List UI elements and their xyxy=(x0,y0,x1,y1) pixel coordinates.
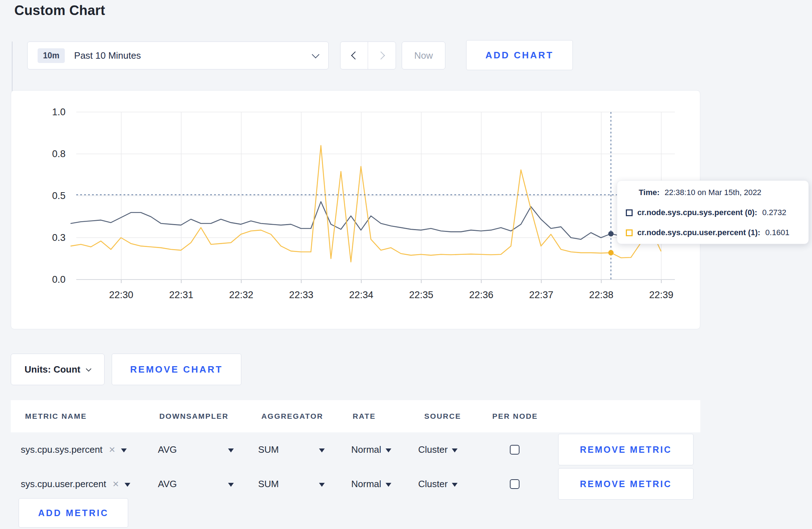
chevron-left-icon xyxy=(351,52,359,60)
page-title: Custom Chart xyxy=(14,3,105,18)
svg-text:22:39: 22:39 xyxy=(649,290,673,300)
aggregator-value: SUM xyxy=(258,479,279,490)
downsampler-value: AVG xyxy=(158,479,177,490)
svg-text:0.0: 0.0 xyxy=(52,274,66,285)
svg-text:22:32: 22:32 xyxy=(229,290,253,300)
downsampler-value: AVG xyxy=(158,444,177,455)
time-window-badge: 10m xyxy=(38,48,65,63)
svg-text:0.3: 0.3 xyxy=(52,232,66,243)
tooltip-time-label: Time: xyxy=(639,188,659,197)
per-node-checkbox[interactable] xyxy=(510,479,519,489)
svg-text:22:37: 22:37 xyxy=(529,290,554,300)
dropdown-arrow-icon xyxy=(452,483,458,487)
add-chart-button[interactable]: ADD CHART xyxy=(466,40,573,70)
tooltip-time-row: Time: 22:38:10 on Mar 15th, 2022 xyxy=(639,188,800,197)
aggregator-value: SUM xyxy=(258,444,279,455)
remove-chart-button[interactable]: REMOVE CHART xyxy=(112,354,241,385)
chart-svg[interactable]: 0.00.30.50.81.022:3022:3122:3222:3322:34… xyxy=(11,91,701,330)
clear-metric-icon[interactable]: × xyxy=(109,443,115,456)
per-node-cell xyxy=(510,432,519,467)
rate-value: Normal xyxy=(351,444,381,455)
source-value: Cluster xyxy=(418,444,448,455)
add-metric-button[interactable]: ADD METRIC xyxy=(19,498,128,528)
units-dropdown[interactable]: Units: Count xyxy=(11,354,105,385)
per-node-checkbox[interactable] xyxy=(510,445,519,455)
tooltip-series-row: cr.node.sys.cpu.user.percent (1): 0.1601 xyxy=(626,228,800,237)
svg-text:22:31: 22:31 xyxy=(169,290,193,300)
metric-name-value: sys.cpu.sys.percent xyxy=(21,444,102,455)
remove-metric-button[interactable]: REMOVE METRIC xyxy=(558,434,693,465)
tooltip-series-label: cr.node.sys.cpu.sys.percent (0): xyxy=(637,208,757,217)
source-value: Cluster xyxy=(418,479,448,490)
series-user-swatch-icon xyxy=(626,229,633,236)
per-node-cell xyxy=(510,467,519,501)
col-header-source: SOURCE xyxy=(424,400,461,432)
time-window-dropdown[interactable]: 10m Past 10 Minutes xyxy=(27,42,329,69)
dropdown-arrow-icon xyxy=(228,483,234,487)
dropdown-arrow-icon xyxy=(228,448,234,452)
downsampler-select[interactable]: AVG xyxy=(158,467,234,501)
dropdown-arrow-icon xyxy=(452,448,458,452)
dropdown-arrow-icon xyxy=(319,448,325,452)
svg-text:0.5: 0.5 xyxy=(52,190,66,201)
chart-card: 0.00.30.50.81.022:3022:3122:3222:3322:34… xyxy=(11,90,700,329)
dropdown-arrow-icon xyxy=(386,448,391,452)
chevron-right-icon xyxy=(377,52,385,60)
col-header-rate: RATE xyxy=(353,400,376,432)
prev-time-button[interactable] xyxy=(340,42,368,69)
svg-text:22:36: 22:36 xyxy=(469,290,493,300)
aggregator-select[interactable]: SUM xyxy=(258,467,325,501)
next-time-button[interactable] xyxy=(368,42,396,69)
time-window-label: Past 10 Minutes xyxy=(74,50,141,61)
dropdown-arrow-icon xyxy=(386,483,391,487)
now-button[interactable]: Now xyxy=(402,42,445,69)
dropdown-arrow-icon xyxy=(125,483,130,487)
metric-row: sys.cpu.user.percent×AVGSUMNormalCluster… xyxy=(0,467,812,501)
svg-text:22:30: 22:30 xyxy=(109,290,134,300)
chevron-down-icon xyxy=(86,366,92,372)
metrics-table-header: METRIC NAME DOWNSAMPLER AGGREGATOR RATE … xyxy=(11,400,700,432)
svg-text:1.0: 1.0 xyxy=(52,107,66,117)
source-select[interactable]: Cluster xyxy=(418,432,458,467)
svg-text:22:33: 22:33 xyxy=(289,290,314,300)
tooltip-series-label: cr.node.sys.cpu.user.percent (1): xyxy=(637,228,760,237)
metric-name-select[interactable]: sys.cpu.sys.percent× xyxy=(21,432,127,467)
chevron-down-icon xyxy=(312,50,319,58)
col-header-per-node: PER NODE xyxy=(492,400,538,432)
downsampler-select[interactable]: AVG xyxy=(158,432,234,467)
svg-text:22:38: 22:38 xyxy=(589,290,614,300)
clear-metric-icon[interactable]: × xyxy=(112,478,119,490)
rate-select[interactable]: Normal xyxy=(351,467,391,501)
rate-value: Normal xyxy=(351,479,381,490)
tooltip-series-value: 0.2732 xyxy=(762,208,786,217)
units-label: Units: Count xyxy=(25,364,81,375)
metric-row: sys.cpu.sys.percent×AVGSUMNormalClusterR… xyxy=(0,432,812,467)
dropdown-arrow-icon xyxy=(121,448,127,452)
section-left-rule xyxy=(12,42,13,94)
remove-metric-button[interactable]: REMOVE METRIC xyxy=(558,468,693,500)
col-header-aggregator: AGGREGATOR xyxy=(261,400,323,432)
tooltip-series-value: 0.1601 xyxy=(765,228,789,237)
col-header-metric-name: METRIC NAME xyxy=(25,400,87,432)
chart-tooltip: Time: 22:38:10 on Mar 15th, 2022 cr.node… xyxy=(617,180,809,244)
time-pager xyxy=(340,42,396,69)
custom-chart-page: Custom Chart 10m Past 10 Minutes Now ADD… xyxy=(0,0,812,529)
metric-name-select[interactable]: sys.cpu.user.percent× xyxy=(21,467,130,501)
svg-text:22:34: 22:34 xyxy=(349,290,373,300)
dropdown-arrow-icon xyxy=(319,483,325,487)
source-select[interactable]: Cluster xyxy=(418,467,458,501)
rate-select[interactable]: Normal xyxy=(351,432,391,467)
tooltip-time-value: 22:38:10 on Mar 15th, 2022 xyxy=(664,188,761,197)
col-header-downsampler: DOWNSAMPLER xyxy=(159,400,228,432)
aggregator-select[interactable]: SUM xyxy=(258,432,325,467)
metric-name-value: sys.cpu.user.percent xyxy=(21,479,106,490)
series-sys-swatch-icon xyxy=(626,209,633,216)
svg-text:0.8: 0.8 xyxy=(52,149,66,159)
svg-text:22:35: 22:35 xyxy=(409,290,434,300)
tooltip-series-row: cr.node.sys.cpu.sys.percent (0): 0.2732 xyxy=(626,208,800,217)
